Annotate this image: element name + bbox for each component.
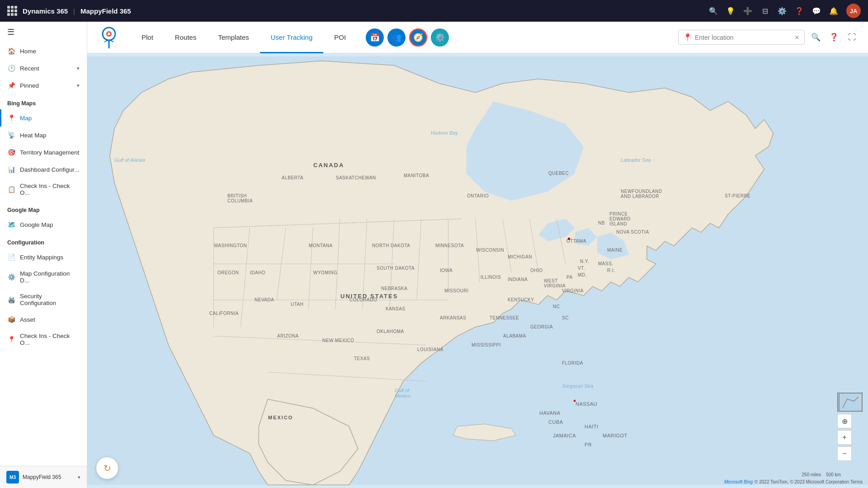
sidebar-item-heatmap[interactable]: 📡 Heat Map: [0, 127, 87, 144]
configuration-section: Configuration: [0, 233, 87, 249]
sidebar: ☰ 🏠 Home 🕐 Recent ▾ 📌 Pinned ▾ Bing Maps…: [0, 22, 87, 488]
user-pin-button[interactable]: 🧭: [409, 28, 427, 47]
sidebar-item-asset[interactable]: 📦 Asset: [0, 311, 87, 328]
map-thumbnail[interactable]: [837, 392, 863, 412]
locate-button[interactable]: ⊕: [837, 414, 852, 428]
tab-poi[interactable]: POI: [323, 22, 357, 53]
checkins2-icon: 📍: [7, 335, 15, 343]
zoom-in-button[interactable]: +: [837, 430, 852, 445]
location-input-wrap: 📍 ✕: [678, 30, 805, 45]
sidebar-label-checkins: Check Ins - Check O...: [20, 183, 80, 196]
sidebar-label-heatmap: Heat Map: [20, 132, 47, 139]
dynamics-label: Dynamics 365: [23, 7, 68, 15]
svg-point-2: [108, 33, 110, 35]
hamburger-menu[interactable]: ☰: [0, 22, 87, 42]
tab-templates[interactable]: Templates: [207, 22, 259, 53]
bing-logo: Microsoft Bing: [724, 479, 753, 484]
map-svg: [87, 53, 868, 488]
sidebar-item-map-config[interactable]: ⚙️ Map Configuration D...: [0, 266, 87, 288]
sidebar-item-map[interactable]: 📍 Map: [0, 109, 87, 127]
sidebar-item-security-config[interactable]: 🖨️ Security Configuration: [0, 288, 87, 311]
clear-input-button[interactable]: ✕: [794, 34, 800, 41]
sidebar-label-mapconfig: Map Configuration D...: [20, 270, 80, 284]
tab-user-tracking[interactable]: User Tracking: [260, 22, 324, 53]
dashboard-icon: 📊: [7, 165, 15, 174]
header-icons: 📅 👥 🧭 ⚙️: [366, 28, 449, 47]
help-icon[interactable]: ❓: [795, 6, 804, 15]
notifications-icon[interactable]: 🔔: [829, 6, 838, 15]
sidebar-label-entity: Entity Mappings: [20, 254, 63, 261]
search-button[interactable]: 🔍: [808, 30, 823, 45]
sidebar-label-dashboard: Dashboard Configur...: [20, 166, 79, 173]
checkins-icon: 📋: [7, 185, 15, 193]
sidebar-item-checkins2[interactable]: 📍 Check Ins - Check O...: [0, 328, 87, 351]
settings-button[interactable]: ⚙️: [431, 28, 449, 47]
sidebar-item-recent[interactable]: 🕐 Recent ▾: [0, 60, 87, 77]
search-help-button[interactable]: ❓: [826, 30, 841, 45]
pinned-chevron: ▾: [77, 83, 80, 89]
sidebar-label-google-map: Google Map: [20, 221, 53, 228]
system-bar: Dynamics 365 | MappyField 365 🔍 💡 ➕ ⊟ ⚙️…: [0, 0, 868, 22]
recent-icon: 🕐: [7, 64, 15, 72]
sidebar-label-home: Home: [20, 48, 36, 55]
google-map-icon: 🗺️: [7, 221, 15, 229]
map-background: CANADA UNITED STATES MEXICO Gulf of Alas…: [87, 53, 868, 488]
user-group-button[interactable]: 👥: [387, 28, 406, 47]
calendar-button[interactable]: 📅: [366, 28, 384, 47]
sidebar-item-checkins[interactable]: 📋 Check Ins - Check O...: [0, 178, 87, 201]
lightbulb-icon[interactable]: 💡: [726, 6, 735, 15]
location-input[interactable]: [695, 34, 792, 41]
sidebar-label-security: Security Configuration: [20, 293, 80, 306]
attribution-text: © 2022 TomTom, © 2023 Microsoft Corporat…: [755, 479, 863, 484]
map-container[interactable]: CANADA UNITED STATES MEXICO Gulf of Alas…: [87, 53, 868, 488]
location-search: 📍 ✕ 🔍 ❓ ⛶: [678, 30, 859, 45]
sidebar-item-territory[interactable]: 🎯 Territory Management: [0, 144, 87, 161]
entity-icon: 📄: [7, 253, 15, 261]
tab-plot[interactable]: Plot: [131, 22, 164, 53]
sidebar-bottom-label: MappyField 365: [23, 474, 61, 480]
sidebar-label-map: Map: [20, 115, 32, 122]
sidebar-bottom[interactable]: M3 MappyField 365 ▾: [0, 466, 87, 488]
sidebar-item-entity-mappings[interactable]: 📄 Entity Mappings: [0, 249, 87, 266]
ottawa-dot: [568, 238, 570, 240]
asset-icon: 📦: [7, 315, 15, 324]
map-controls: ⊕ + −: [837, 392, 863, 461]
map-icon: 📍: [7, 114, 15, 122]
reload-button[interactable]: ↻: [96, 457, 118, 479]
map-scale: 250 miles 500 km: [802, 472, 841, 477]
app-logo: [96, 25, 122, 50]
mappyfield-badge: M3: [6, 471, 19, 483]
google-map-section: Google Map: [0, 201, 87, 216]
home-icon: 🏠: [7, 47, 15, 55]
recent-chevron: ▾: [77, 66, 80, 71]
system-bar-right: 🔍 💡 ➕ ⊟ ⚙️ ❓ 💬 🔔 JA: [709, 4, 861, 18]
svg-rect-22: [838, 392, 862, 412]
sidebar-bottom-chevron: ▾: [78, 474, 80, 480]
territory-icon: 🎯: [7, 148, 15, 156]
tab-routes[interactable]: Routes: [164, 22, 208, 53]
pinned-icon: 📌: [7, 81, 15, 89]
nav-tabs: Plot Routes Templates User Tracking POI: [131, 22, 357, 53]
location-pin-icon: 📍: [683, 33, 692, 42]
security-icon: 🖨️: [7, 296, 15, 304]
sidebar-label-asset: Asset: [20, 316, 35, 323]
chat-icon[interactable]: 💬: [812, 6, 821, 15]
search-icon[interactable]: 🔍: [709, 6, 718, 15]
sidebar-item-pinned[interactable]: 📌 Pinned ▾: [0, 77, 87, 94]
mapconfig-icon: ⚙️: [7, 273, 15, 281]
plus-icon[interactable]: ➕: [743, 6, 752, 15]
map-attribution: Microsoft Bing © 2022 TomTom, © 2023 Mic…: [724, 479, 863, 484]
apps-grid-icon[interactable]: [7, 6, 17, 16]
expand-button[interactable]: ⛶: [844, 30, 859, 45]
sidebar-item-home[interactable]: 🏠 Home: [0, 42, 87, 60]
app-header: Plot Routes Templates User Tracking POI …: [87, 22, 868, 53]
sidebar-label-pinned: Pinned: [20, 82, 39, 89]
title-separator: |: [73, 7, 75, 15]
filter-icon[interactable]: ⊟: [760, 6, 769, 15]
user-avatar[interactable]: JA: [846, 4, 861, 18]
sidebar-item-dashboard[interactable]: 📊 Dashboard Configur...: [0, 161, 87, 178]
zoom-out-button[interactable]: −: [837, 446, 852, 461]
heatmap-icon: 📡: [7, 131, 15, 139]
sidebar-item-google-map[interactable]: 🗺️ Google Map: [0, 216, 87, 233]
gear-icon[interactable]: ⚙️: [778, 6, 787, 15]
